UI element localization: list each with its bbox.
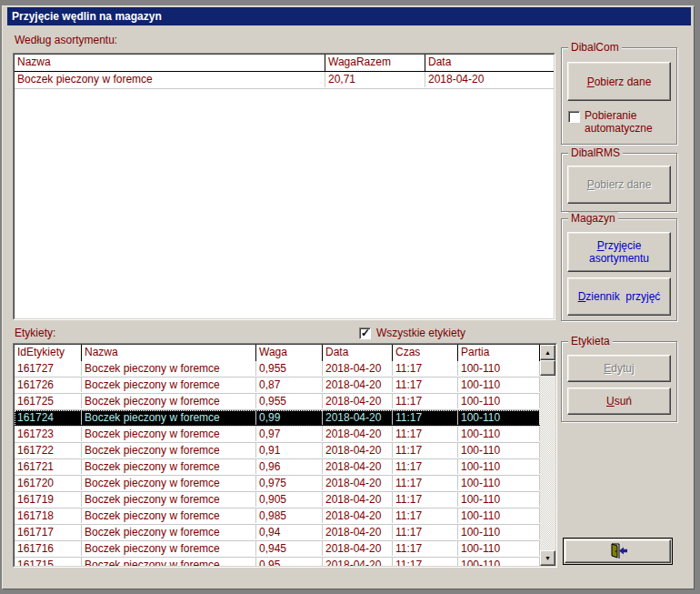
- cell-id: 161722: [15, 443, 82, 458]
- cell-id: 161719: [15, 492, 82, 507]
- delete-label-button[interactable]: Usuń: [567, 388, 671, 415]
- check-icon: ✓: [361, 327, 370, 339]
- groupbox-dibalcom-title: DibalCom: [568, 41, 622, 54]
- labels-grid-body: IdEtykiety Nazwa Waga Data Czas Partia 1…: [14, 344, 556, 567]
- cell-waga: 0,95: [256, 558, 323, 567]
- cell-waga: 0,97: [256, 427, 323, 441]
- scroll-down-button[interactable]: ▼: [540, 550, 555, 566]
- assortment-grid-header[interactable]: Nazwa WagaRazem Data: [15, 55, 554, 72]
- window-title-bar[interactable]: Przyjęcie wędlin na magazyn: [7, 7, 691, 25]
- cell-partia: 100-110: [458, 410, 540, 425]
- column-header-data[interactable]: Data: [323, 345, 393, 361]
- cell-czas: 11:17: [393, 558, 458, 567]
- dibalrms-fetch-button-label: Pobierz dane: [587, 178, 652, 191]
- table-row[interactable]: 161718Boczek pieczony w foremce0,9852018…: [15, 508, 540, 525]
- table-row[interactable]: 161720Boczek pieczony w foremce0,9752018…: [15, 476, 540, 492]
- labels-grid: IdEtykiety Nazwa Waga Data Czas Partia 1…: [13, 343, 557, 568]
- table-row[interactable]: 161723Boczek pieczony w foremce0,972018-…: [15, 427, 540, 443]
- table-row[interactable]: 161717Boczek pieczony w foremce0,942018-…: [15, 525, 540, 541]
- all-labels-checkbox-label[interactable]: Wszystkie etykiety: [376, 327, 465, 339]
- cell-data: 2018-04-20: [323, 443, 393, 458]
- column-header-nazwa[interactable]: Nazwa: [82, 345, 256, 361]
- cell-czas: 11:17: [393, 410, 458, 425]
- cell-czas: 11:17: [393, 508, 458, 523]
- arrow-up-icon: ▲: [545, 349, 551, 356]
- column-header-wagarazem[interactable]: WagaRazem: [325, 55, 425, 71]
- exit-button[interactable]: [563, 538, 673, 565]
- auto-download-checkbox[interactable]: [568, 111, 580, 123]
- column-header-data[interactable]: Data: [425, 55, 554, 71]
- scroll-up-button[interactable]: ▲: [540, 345, 555, 360]
- table-row[interactable]: 161727Boczek pieczony w foremce0,9552018…: [15, 361, 540, 378]
- cell-id: 161717: [15, 525, 82, 539]
- cell-data: 2018-04-20: [323, 525, 393, 539]
- cell-waga: 0,99: [256, 410, 323, 425]
- cell-partia: 100-110: [458, 476, 540, 490]
- groupbox-magazyn-title: Magazyn: [568, 212, 618, 225]
- arrow-down-icon: ▼: [545, 555, 551, 561]
- cell-partia: 100-110: [458, 525, 540, 539]
- groupbox-dibalrms-title: DibalRMS: [568, 146, 623, 159]
- delete-label-button-label: Usuń: [606, 395, 632, 408]
- cell-czas: 11:17: [393, 378, 458, 392]
- cell-waga: 0,96: [256, 459, 323, 474]
- table-row[interactable]: 161725Boczek pieczony w foremce0,9552018…: [15, 394, 540, 410]
- labels-grid-header[interactable]: IdEtykiety Nazwa Waga Data Czas Partia: [15, 345, 540, 362]
- cell-partia: 100-110: [458, 541, 540, 556]
- cell-nazwa: Boczek pieczony w foremce: [82, 508, 256, 523]
- desktop: Przyjęcie wędlin na magazyn Według asort…: [0, 0, 700, 594]
- edit-label-button-label: Edytuj: [604, 362, 634, 375]
- edit-label-button: Edytuj: [567, 355, 671, 382]
- table-row[interactable]: 161716Boczek pieczony w foremce0,9452018…: [15, 541, 540, 558]
- table-row[interactable]: Boczek pieczony w foremce 20,71 2018-04-…: [15, 72, 554, 89]
- table-row[interactable]: 161719Boczek pieczony w foremce0,9052018…: [15, 492, 540, 508]
- column-header-waga[interactable]: Waga: [256, 345, 323, 361]
- cell-id: 161715: [15, 558, 82, 567]
- cell-data: 2018-04-20: [323, 492, 393, 507]
- table-row[interactable]: 161721Boczek pieczony w foremce0,962018-…: [15, 459, 540, 476]
- cell-id: 161718: [15, 508, 82, 523]
- table-row[interactable]: 161715Boczek pieczony w foremce0,952018-…: [15, 558, 540, 567]
- cell-waga: 0,94: [256, 525, 323, 539]
- table-row[interactable]: 161722Boczek pieczony w foremce0,912018-…: [15, 443, 540, 459]
- dibalcom-fetch-button-label: Pobierz dane: [587, 76, 652, 88]
- cell-partia: 100-110: [458, 459, 540, 474]
- cell-nazwa: Boczek pieczony w foremce: [82, 476, 256, 490]
- dibalrms-fetch-button: Pobierz dane: [567, 166, 671, 204]
- cell-data: 2018-04-20: [323, 361, 393, 376]
- cell-nazwa: Boczek pieczony w foremce: [82, 427, 256, 441]
- cell-waga: 0,955: [256, 394, 323, 408]
- cell-partia: 100-110: [458, 427, 540, 441]
- column-header-czas[interactable]: Czas: [393, 345, 458, 361]
- table-row[interactable]: 161726Boczek pieczony w foremce0,872018-…: [15, 378, 540, 394]
- cell-data: 2018-04-20: [323, 476, 393, 490]
- column-header-nazwa[interactable]: Nazwa: [15, 55, 325, 71]
- cell-czas: 11:17: [393, 394, 458, 408]
- all-labels-checkbox[interactable]: ✓: [359, 327, 371, 339]
- column-header-partia[interactable]: Partia: [458, 345, 540, 361]
- cell-waga: 0,87: [256, 378, 323, 392]
- cell-partia: 100-110: [458, 558, 540, 567]
- receive-assortment-button[interactable]: Przyjęcie asortymentu: [567, 232, 671, 272]
- cell-partia: 100-110: [458, 508, 540, 523]
- cell-data: 2018-04-20: [323, 508, 393, 523]
- cell-partia: 100-110: [458, 378, 540, 392]
- auto-download-checkbox-label[interactable]: Pobieranie automatyczne: [585, 109, 674, 135]
- cell-nazwa: Boczek pieczony w foremce: [82, 459, 256, 474]
- cell-data: 2018-04-20: [323, 394, 393, 408]
- column-header-idetykiety[interactable]: IdEtykiety: [15, 345, 82, 361]
- cell-waga: 0,955: [256, 361, 323, 376]
- cell-waga: 0,985: [256, 508, 323, 523]
- scrollbar-thumb[interactable]: [540, 360, 555, 376]
- table-row[interactable]: 161724Boczek pieczony w foremce0,992018-…: [15, 410, 540, 427]
- cell-data: 2018-04-20: [323, 558, 393, 567]
- cell-partia: 100-110: [458, 361, 540, 376]
- cell-nazwa: Boczek pieczony w foremce: [82, 378, 256, 392]
- receipts-journal-button[interactable]: Dziennik przyjęć: [567, 277, 671, 316]
- cell-czas: 11:17: [393, 427, 458, 441]
- dibalcom-fetch-button[interactable]: Pobierz dane: [567, 62, 671, 101]
- cell-partia: 100-110: [458, 443, 540, 458]
- assortment-grid: Nazwa WagaRazem Data Boczek pieczony w f…: [13, 53, 555, 320]
- cell-waga: 0,91: [256, 443, 323, 458]
- vertical-scrollbar[interactable]: ▲ ▼: [540, 345, 555, 566]
